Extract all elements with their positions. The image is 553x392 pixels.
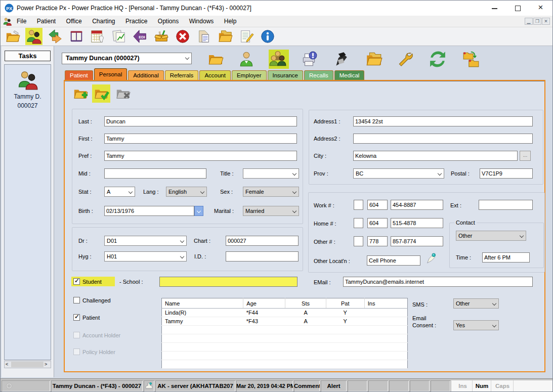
work-number-field[interactable]	[391, 200, 443, 210]
tab-personal[interactable]: Personal	[94, 68, 127, 80]
documents-folder-icon[interactable]	[217, 28, 234, 45]
print-alert-icon[interactable]	[300, 50, 320, 68]
marital-dropdown[interactable]: Married	[243, 206, 299, 216]
tab-additional[interactable]: Additional	[128, 70, 164, 80]
tasks-scrollbar[interactable]: < >	[4, 361, 51, 368]
prov-dropdown[interactable]: BC	[353, 168, 444, 179]
scroll-left-icon[interactable]: <	[6, 362, 11, 367]
maximize-button[interactable]	[506, 1, 529, 15]
info-icon[interactable]	[259, 28, 276, 45]
tab-medical[interactable]: Medical	[334, 70, 365, 80]
time-field[interactable]	[482, 252, 530, 263]
pref-name-field[interactable]	[104, 151, 297, 161]
first-name-field[interactable]	[104, 134, 297, 144]
family-row[interactable]: Linda(R)*F44 AY	[162, 309, 408, 317]
sms-dropdown[interactable]: Other	[453, 298, 499, 309]
open-folder-icon[interactable]	[206, 50, 226, 68]
cancel-icon[interactable]	[174, 28, 191, 45]
cancel-folder-icon[interactable]	[114, 84, 132, 103]
lang-dropdown[interactable]: English	[166, 187, 207, 197]
birth-date-field[interactable]	[104, 206, 194, 216]
open-folder-icon[interactable]	[4, 28, 21, 45]
birth-date-dropdown-button[interactable]	[194, 206, 203, 216]
menu-practice[interactable]: Practice	[121, 16, 151, 25]
city-field[interactable]	[353, 151, 518, 161]
dr-dropdown[interactable]: D01	[104, 236, 187, 246]
phone-icon[interactable]	[331, 50, 352, 68]
hyg-dropdown[interactable]: H01	[104, 251, 187, 262]
mdi-minimize-button[interactable]: ▁	[525, 18, 533, 25]
personal-tab-panel: Last : First : Pref : Mid : Title : Stat…	[64, 80, 545, 372]
last-name-field[interactable]	[104, 116, 297, 126]
minimize-button[interactable]	[484, 1, 506, 15]
mdi-close-button[interactable]: ✕	[542, 18, 550, 25]
menu-file[interactable]: File	[13, 16, 30, 25]
progress-notes-icon[interactable]	[110, 28, 127, 45]
tab-account[interactable]: Account	[199, 70, 231, 80]
other-prefix-field[interactable]	[354, 236, 363, 246]
menu-patient[interactable]: Patient	[33, 16, 60, 25]
refresh-icon[interactable]	[429, 50, 449, 68]
work-area-field[interactable]	[367, 200, 388, 210]
tab-patient[interactable]: Patient	[65, 70, 93, 80]
menu-help[interactable]: Help	[220, 16, 241, 25]
family-icon[interactable]	[269, 50, 289, 69]
patient-checkbox[interactable]	[73, 314, 80, 321]
contact-dropdown[interactable]: Other	[456, 231, 526, 241]
tab-insurance[interactable]: Insurance	[268, 70, 304, 80]
work-prefix-field[interactable]	[354, 200, 363, 210]
email-consent-dropdown[interactable]: Yes	[453, 320, 499, 330]
city-browse-button[interactable]: ...	[520, 151, 531, 161]
email-field[interactable]	[343, 277, 533, 287]
other-number-field[interactable]	[391, 236, 443, 246]
tools-icon[interactable]	[396, 50, 416, 68]
menu-options[interactable]: Options	[154, 16, 183, 25]
mdi-restore-button[interactable]: ❐	[533, 18, 541, 25]
transfer-folders-icon[interactable]	[462, 50, 482, 68]
close-button[interactable]: ×	[529, 1, 552, 15]
other-locatn-field[interactable]	[367, 255, 420, 266]
chart-icon[interactable]	[89, 28, 106, 45]
home-prefix-field[interactable]	[354, 218, 363, 228]
save-folder-icon[interactable]	[92, 84, 110, 103]
school-field[interactable]	[159, 277, 297, 287]
address1-field[interactable]	[353, 116, 533, 126]
chart-number-field[interactable]	[226, 236, 299, 246]
copy-document-icon[interactable]	[195, 28, 212, 45]
menu-windows[interactable]: Windows	[185, 16, 218, 25]
status-comment[interactable]: Comment	[294, 380, 320, 391]
ext-field[interactable]	[479, 200, 533, 210]
stat-dropdown[interactable]: A	[104, 187, 135, 197]
family-row[interactable]: Tammy*F43 AY	[162, 317, 408, 326]
title-dropdown[interactable]	[243, 168, 299, 179]
student-checkbox[interactable]	[73, 278, 80, 285]
scrollbar-thumb[interactable]	[11, 362, 44, 367]
add-folder-icon[interactable]	[71, 84, 90, 103]
payments-exchange-icon[interactable]	[47, 28, 64, 45]
challenged-checkbox[interactable]	[73, 297, 80, 303]
tab-referrals[interactable]: Referrals	[165, 70, 199, 80]
menu-office[interactable]: Office	[62, 16, 86, 25]
person-icon[interactable]	[237, 50, 258, 68]
supplies-icon[interactable]	[153, 28, 170, 45]
tab-employer[interactable]: Employer	[232, 70, 267, 80]
tab-recalls[interactable]: Recalls	[304, 70, 333, 80]
note-pin-icon[interactable]	[425, 252, 437, 265]
documents-folder-icon[interactable]	[365, 50, 385, 68]
patient-selector[interactable]: Tammy Duncan (000027)	[62, 53, 192, 64]
home-number-field[interactable]	[391, 218, 443, 228]
status-alert[interactable]: Alert	[321, 380, 347, 391]
scroll-right-icon[interactable]: >	[45, 362, 50, 367]
address2-field[interactable]	[353, 134, 533, 144]
id-field[interactable]	[226, 251, 299, 262]
home-area-field[interactable]	[367, 218, 388, 228]
edi-icon[interactable]	[132, 28, 149, 45]
patients-icon[interactable]	[25, 28, 42, 45]
menu-charting[interactable]: Charting	[88, 16, 119, 25]
other-area-field[interactable]	[367, 236, 388, 246]
notes-icon[interactable]	[238, 28, 255, 45]
mid-name-field[interactable]	[104, 168, 206, 179]
postal-field[interactable]	[480, 168, 533, 179]
sex-dropdown[interactable]: Female	[243, 187, 299, 197]
ledger-icon[interactable]	[68, 28, 85, 45]
